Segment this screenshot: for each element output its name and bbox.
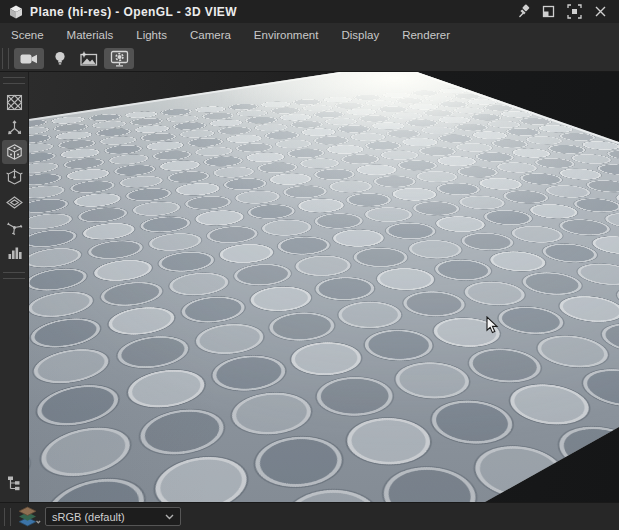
- axis-arrows-icon: [5, 118, 24, 137]
- video-camera-icon: [20, 52, 38, 66]
- toolbar-drag-handle[interactable]: [2, 48, 9, 69]
- bottom-bar-drag-handle[interactable]: [4, 508, 11, 526]
- three-spoke-icon: [5, 218, 24, 237]
- move-gizmo-button[interactable]: [2, 115, 27, 139]
- stud-pattern-texture: [29, 72, 619, 186]
- frame-diamond-icon: [5, 93, 24, 112]
- close-icon[interactable]: [589, 0, 611, 23]
- menu-display[interactable]: Display: [338, 27, 382, 43]
- image-sparkle-icon: [79, 51, 98, 66]
- perspective-view-button[interactable]: [2, 140, 27, 164]
- pin-icon[interactable]: [512, 0, 534, 23]
- color-profile-value: sRGB (default): [52, 511, 165, 523]
- menu-camera[interactable]: Camera: [187, 27, 234, 43]
- scene-geometry-button[interactable]: [2, 165, 27, 189]
- menu-renderer[interactable]: Renderer: [399, 27, 453, 43]
- monitor-gear-icon: [110, 50, 129, 67]
- cube-handles-icon: [5, 168, 24, 187]
- tool-group-separator: [3, 272, 25, 279]
- 3d-viewport[interactable]: [29, 72, 619, 502]
- camera-button[interactable]: [14, 48, 44, 69]
- menu-bar: Scene Materials Lights Camera Environmen…: [0, 23, 619, 46]
- float-window-icon[interactable]: [537, 0, 559, 23]
- bottom-bar: sRGB (default): [0, 502, 619, 530]
- histogram-button[interactable]: [2, 240, 27, 264]
- frame-scene-button[interactable]: [2, 90, 27, 114]
- cube-logo-icon: [9, 5, 23, 19]
- menu-environment[interactable]: Environment: [251, 27, 322, 43]
- hierarchy-tree-icon: [6, 475, 23, 491]
- toolbar: [0, 46, 619, 72]
- ground-plane-button[interactable]: [2, 190, 27, 214]
- cube-dice-icon: [5, 143, 24, 162]
- menu-scene[interactable]: Scene: [8, 27, 47, 43]
- histogram-icon: [5, 243, 24, 262]
- material-layers-button[interactable]: [16, 506, 41, 528]
- scene-hierarchy-button[interactable]: [2, 471, 27, 495]
- tool-column-drag-handle[interactable]: [3, 77, 25, 84]
- environment-map-button[interactable]: [76, 48, 100, 69]
- window-title: Plane (hi-res) - OpenGL - 3D VIEW: [30, 5, 237, 19]
- 3d-view-window: Plane (hi-res) - OpenGL - 3D VIEW: [0, 0, 619, 530]
- lights-button[interactable]: [48, 48, 72, 69]
- plane-mesh: [29, 72, 619, 502]
- chevron-down-icon: [165, 514, 174, 520]
- turntable-button[interactable]: [2, 215, 27, 239]
- menu-lights[interactable]: Lights: [133, 27, 170, 43]
- color-profile-dropdown[interactable]: sRGB (default): [45, 507, 181, 526]
- lightbulb-icon: [53, 51, 67, 67]
- material-layers-icon: [16, 506, 41, 528]
- display-settings-button[interactable]: [104, 48, 134, 69]
- viewport-tool-column: [0, 72, 29, 502]
- focus-window-icon[interactable]: [563, 0, 585, 23]
- titlebar[interactable]: Plane (hi-res) - OpenGL - 3D VIEW: [0, 0, 619, 23]
- menu-materials[interactable]: Materials: [64, 27, 117, 43]
- nested-diamonds-icon: [5, 193, 24, 212]
